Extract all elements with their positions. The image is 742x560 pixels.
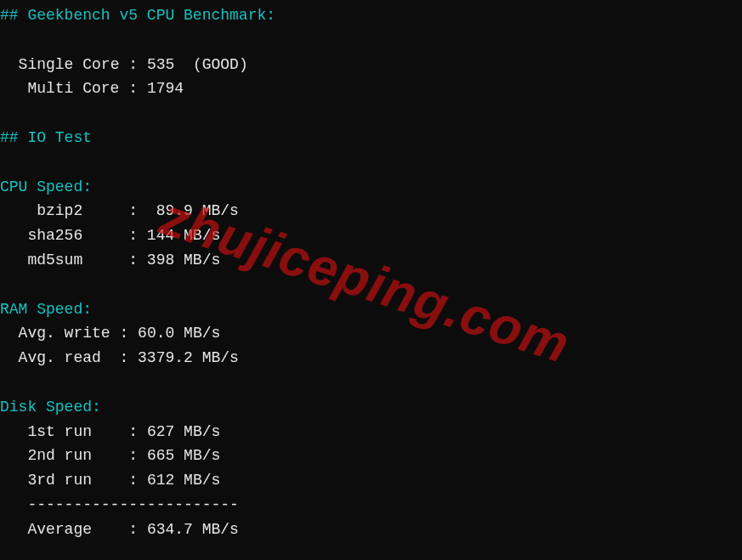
bzip2-label: bzip2 <box>37 202 82 219</box>
single-core-rating: (GOOD) <box>193 56 248 73</box>
divider: ----------------------- <box>27 496 238 513</box>
ram-write-label: Avg. write <box>19 325 110 342</box>
single-core-label: Single Core <box>19 56 120 73</box>
disk-speed-title: Disk Speed: <box>0 399 101 416</box>
terminal-output: ## Geekbench v5 CPU Benchmark: Single Co… <box>0 0 742 542</box>
multi-core-label: Multi Core <box>27 80 119 97</box>
iotest-header: ## IO Test <box>0 129 92 146</box>
ram-read-label: Avg. read <box>19 349 101 366</box>
bzip2-value: 89.9 MB/s <box>156 202 239 219</box>
disk-run2-label: 2nd run <box>27 447 92 464</box>
disk-run2-value: 665 MB/s <box>147 447 220 464</box>
disk-avg-value: 634.7 MB/s <box>147 521 239 538</box>
ram-read-value: 3379.2 MB/s <box>138 349 239 366</box>
disk-run1-value: 627 MB/s <box>147 423 220 440</box>
sha256-value: 144 MB/s <box>147 227 220 244</box>
disk-run3-label: 3rd run <box>27 472 92 489</box>
ram-write-value: 60.0 MB/s <box>138 325 220 342</box>
disk-avg-label: Average <box>27 521 92 538</box>
ram-speed-title: RAM Speed: <box>0 301 92 318</box>
multi-core-value: 1794 <box>147 80 184 97</box>
cpu-speed-title: CPU Speed: <box>0 178 92 195</box>
md5sum-value: 398 MB/s <box>147 252 220 269</box>
geekbench-header: ## Geekbench v5 CPU Benchmark: <box>0 7 275 24</box>
disk-run3-value: 612 MB/s <box>147 472 220 489</box>
sha256-label: sha256 <box>27 227 82 244</box>
single-core-value: 535 <box>147 56 174 73</box>
md5sum-label: md5sum <box>27 252 82 269</box>
disk-run1-label: 1st run <box>27 423 92 440</box>
